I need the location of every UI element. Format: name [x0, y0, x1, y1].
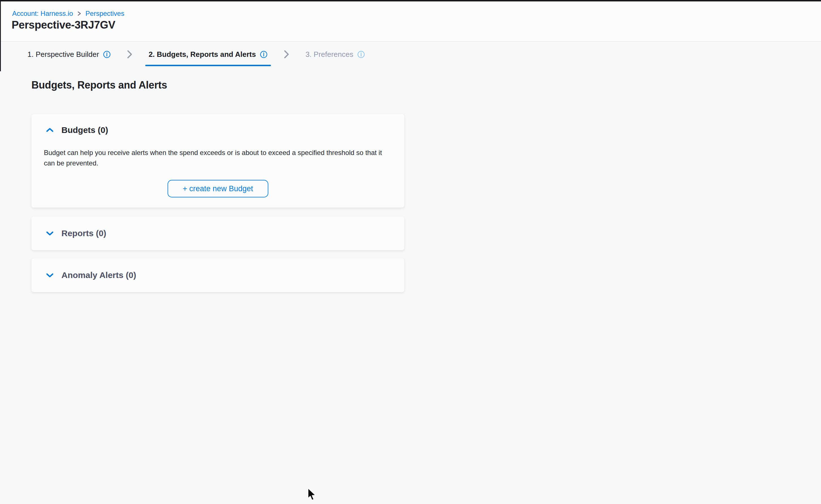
tab-budgets-reports-alerts[interactable]: 2. Budgets, Reports and Alerts [146, 50, 270, 59]
budgets-card-header[interactable]: Budgets (0) [46, 125, 108, 135]
tab-label: 3. Preferences [306, 50, 353, 59]
chevron-down-icon[interactable] [46, 231, 54, 236]
budgets-description: Budget can help you receive alerts when … [44, 147, 394, 168]
breadcrumb-perspectives-link[interactable]: Perspectives [85, 9, 124, 18]
page-title: Perspective-3RJ7GV [12, 19, 115, 31]
breadcrumb: Account: Harness.io Perspectives [12, 9, 124, 18]
page-header: Account: Harness.io Perspectives Perspec… [0, 1, 821, 42]
info-icon[interactable] [260, 51, 268, 58]
active-tab-underline [145, 65, 271, 66]
chevron-down-icon[interactable] [46, 272, 54, 278]
breadcrumb-chevron-icon [77, 11, 81, 16]
reports-card-header[interactable]: Reports (0) [46, 229, 106, 238]
tab-perspective-builder[interactable]: 1. Perspective Builder [25, 50, 113, 59]
anomaly-alerts-card: Anomaly Alerts (0) [31, 258, 404, 292]
content-heading: Budgets, Reports and Alerts [31, 79, 167, 91]
breadcrumb-account-link[interactable]: Account: Harness.io [12, 9, 73, 18]
screen-edge-top [0, 0, 821, 1]
anomaly-alerts-section-title: Anomaly Alerts (0) [61, 270, 136, 280]
tab-preferences[interactable]: 3. Preferences [303, 50, 367, 59]
chevron-right-icon [126, 49, 133, 59]
tab-label: 2. Budgets, Reports and Alerts [149, 50, 256, 59]
perspective-wizard-screen: { "breadcrumb": { "account": "Account: H… [0, 0, 821, 504]
chevron-up-icon[interactable] [46, 127, 54, 133]
tab-label: 1. Perspective Builder [27, 50, 99, 59]
create-new-budget-button[interactable]: + create new Budget [167, 180, 268, 197]
anomaly-alerts-card-header[interactable]: Anomaly Alerts (0) [46, 270, 136, 280]
info-icon[interactable] [103, 51, 111, 58]
screen-edge-left [0, 0, 1, 71]
reports-card: Reports (0) [31, 216, 404, 250]
mouse-cursor [306, 488, 318, 501]
budgets-card: Budgets (0) Budget can help you receive … [31, 114, 404, 208]
budgets-section-title: Budgets (0) [61, 125, 108, 135]
wizard-tabbar: 1. Perspective Builder 2. Budgets, Repor… [25, 49, 367, 60]
info-icon[interactable] [357, 51, 365, 58]
reports-section-title: Reports (0) [61, 229, 106, 238]
chevron-right-icon [283, 49, 290, 59]
